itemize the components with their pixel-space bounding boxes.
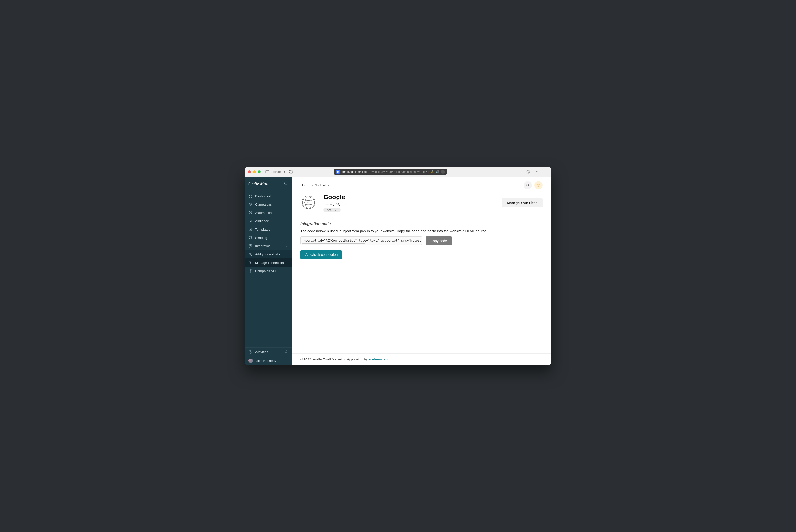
chevron-right-icon: ›	[287, 220, 288, 223]
nav-sending[interactable]: Sending ›	[245, 233, 291, 242]
breadcrumb-websites[interactable]: Websites	[315, 183, 329, 187]
nav-user[interactable]: Jolie Kennedy ›	[245, 356, 291, 365]
integration-description: The code below is used to inject form po…	[300, 229, 543, 233]
nav-audience[interactable]: Audience ›	[245, 217, 291, 225]
svg-line-30	[539, 186, 540, 187]
history-icon	[248, 350, 252, 354]
footer-link[interactable]: acellemail.com	[368, 358, 391, 361]
send-icon	[248, 202, 252, 206]
audio-icon[interactable]: 🔊	[436, 170, 439, 173]
manage-sites-button[interactable]: Manage Your Sites	[501, 198, 543, 207]
user-name: Jolie Kennedy	[255, 359, 276, 363]
back-button[interactable]	[282, 170, 287, 174]
nav-label: Campaigns	[255, 203, 272, 206]
browser-window: Private M demo.acellemail.com/websites/6…	[245, 167, 551, 365]
pause-circle-icon	[305, 253, 308, 257]
chevron-down-icon: ⌄	[285, 245, 288, 248]
nav-label: Add your website	[255, 252, 281, 256]
footer: © 2022. Acelle Email Marketing Applicati…	[291, 353, 551, 365]
logo-row: Acelle Mail	[245, 177, 291, 190]
collapse-sidebar-icon[interactable]	[284, 181, 288, 186]
nav-automations[interactable]: Automations	[245, 209, 291, 217]
minimize-window-button[interactable]	[253, 170, 256, 173]
breadcrumb: Home › Websites	[300, 183, 329, 187]
maximize-window-button[interactable]	[258, 170, 261, 173]
svg-text:W W W: W W W	[303, 202, 314, 204]
lock-icon: 🔒	[431, 170, 434, 173]
site-title: Google	[323, 193, 352, 201]
close-window-button[interactable]	[248, 170, 251, 173]
nav-integration[interactable]: Integration ⌄	[245, 242, 291, 250]
new-tab-icon[interactable]	[544, 170, 548, 174]
nav-manage-connections[interactable]: Manage connections	[245, 259, 291, 267]
nav-label: Manage connections	[255, 261, 286, 265]
downloads-icon[interactable]	[526, 170, 530, 174]
nav-label: Integration	[255, 244, 271, 248]
chevron-right-icon: ›	[287, 236, 288, 239]
nav-label: Audience	[255, 219, 269, 223]
nav-templates[interactable]: Templates	[245, 225, 291, 233]
nav: Dashboard Campaigns Automations Audience…	[245, 190, 291, 347]
external-link-icon	[285, 350, 288, 354]
browser-toolbar: Private M demo.acellemail.com/websites/6…	[245, 167, 551, 177]
nav-label: Dashboard	[255, 194, 271, 198]
chevron-right-icon: ›	[312, 184, 313, 187]
button-label: Check connection	[310, 253, 338, 257]
app-shell: Acelle Mail Dashboard Campaigns Automat	[245, 177, 551, 365]
url-path: /websites/62a094e43c09e/show?new_site=1	[371, 170, 429, 173]
sidebar-toggle-icon[interactable]	[265, 170, 269, 174]
svg-point-23	[250, 270, 251, 271]
nav-label: Sending	[255, 236, 267, 240]
scrollbar-thumb[interactable]	[302, 243, 365, 244]
svg-rect-0	[266, 170, 269, 173]
svg-rect-14	[249, 245, 250, 246]
private-label: Private	[271, 170, 281, 173]
copy-code-button[interactable]: Copy code	[426, 236, 452, 245]
sync-icon	[248, 236, 252, 240]
nav-campaigns[interactable]: Campaigns	[245, 200, 291, 209]
svg-line-34	[539, 184, 540, 184]
svg-point-12	[250, 220, 251, 221]
top-actions	[524, 181, 543, 189]
url-host: demo.acellemail.com	[341, 170, 369, 173]
svg-rect-15	[251, 245, 252, 246]
logo-text: Acelle	[248, 181, 259, 186]
reload-button[interactable]	[289, 170, 293, 174]
nav-activities[interactable]: Activities	[245, 347, 291, 356]
integration-heading: Integration code	[300, 222, 543, 226]
edit-icon	[248, 227, 252, 231]
svg-line-33	[537, 186, 537, 187]
main: Home › Websites	[291, 177, 551, 365]
status-badge: INACTIVE	[323, 208, 341, 212]
theme-toggle[interactable]	[534, 181, 543, 189]
nav-dashboard[interactable]: Dashboard	[245, 192, 291, 200]
content: W W W Google http://google.com INACTIVE …	[291, 189, 551, 353]
shield-icon	[248, 211, 252, 215]
address-bar[interactable]: M demo.acellemail.com/websites/62a094e43…	[334, 169, 447, 175]
more-icon[interactable]: ⋯	[441, 170, 445, 174]
site-url: http://google.com	[323, 202, 352, 206]
share-icon[interactable]	[535, 170, 539, 174]
search-button[interactable]	[524, 181, 532, 189]
chevron-right-icon: ›	[287, 359, 288, 362]
globe-plus-icon	[248, 252, 252, 256]
nav-add-website[interactable]: Add your website	[245, 250, 291, 259]
logo-suffix: Mail	[260, 181, 268, 186]
sidebar: Acelle Mail Dashboard Campaigns Automat	[245, 177, 291, 365]
footer-text: © 2022. Acelle Email Marketing Applicati…	[300, 358, 368, 361]
nav-label: Campaign API	[255, 269, 276, 273]
svg-rect-16	[249, 246, 250, 247]
globe-www-icon: W W W	[300, 194, 317, 210]
code-row: <script id="ACXConnectScript" type="text…	[300, 236, 543, 245]
nav-campaign-api[interactable]: Campaign API	[245, 267, 291, 275]
window-controls	[248, 170, 261, 173]
nav-label: Templates	[255, 228, 270, 231]
svg-rect-22	[251, 262, 252, 263]
svg-rect-20	[249, 261, 250, 262]
svg-rect-13	[249, 228, 252, 231]
topbar: Home › Websites	[291, 177, 551, 189]
breadcrumb-home[interactable]: Home	[300, 183, 309, 187]
code-snippet[interactable]: <script id="ACXConnectScript" type="text…	[300, 236, 422, 245]
svg-point-26	[538, 185, 539, 186]
check-connection-button[interactable]: Check connection	[300, 250, 342, 259]
